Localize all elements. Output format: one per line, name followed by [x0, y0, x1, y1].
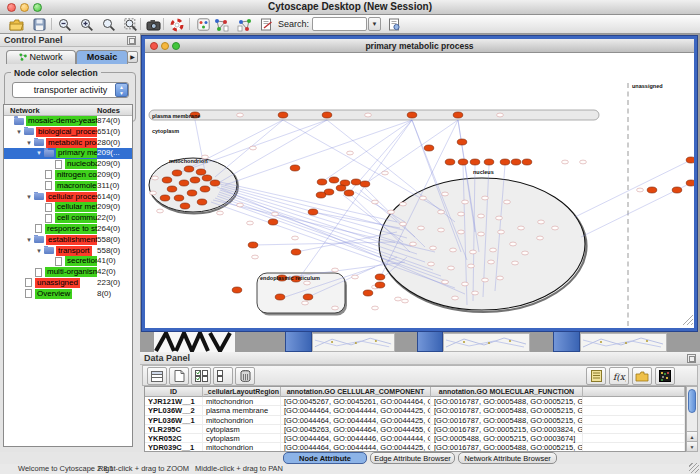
- tab-overflow-arrow[interactable]: ▶: [127, 51, 138, 63]
- network-node-plain[interactable]: [538, 220, 545, 224]
- network-node[interactable]: [174, 195, 184, 201]
- network-node[interactable]: [187, 190, 197, 196]
- network-node-plain[interactable]: [372, 200, 379, 204]
- tree-row-establishment-of-lo[interactable]: ▼establishment of lo558(0): [4, 235, 132, 246]
- column-header-annotation.GO MOLECULAR_FUNCTION[interactable]: annotation.GO MOLECULAR_FUNCTION: [431, 387, 583, 397]
- network-node[interactable]: [248, 242, 258, 248]
- network-node[interactable]: [290, 165, 300, 171]
- matrix-icon[interactable]: [655, 367, 675, 385]
- tree-row-multi-organism-pro[interactable]: multi-organism pro42(0): [4, 267, 132, 278]
- network-node[interactable]: [210, 180, 220, 186]
- network-node-plain[interactable]: [450, 248, 457, 252]
- network-node-plain[interactable]: [472, 291, 479, 295]
- network-node[interactable]: [232, 287, 242, 293]
- snapshot-camera-icon[interactable]: [143, 16, 163, 33]
- network-window-titlebar[interactable]: primary metabolic process: [145, 39, 694, 53]
- network-node[interactable]: [322, 112, 332, 118]
- tree-row-macromolecule[interactable]: macromolecule311(0): [4, 181, 132, 192]
- network-node[interactable]: [407, 112, 417, 118]
- network-node[interactable]: [375, 274, 385, 280]
- network-node-plain[interactable]: [537, 236, 544, 240]
- network-node-plain[interactable]: [497, 276, 504, 280]
- network-node-plain[interactable]: [637, 188, 644, 192]
- network-node[interactable]: [470, 159, 480, 165]
- network-node-plain[interactable]: [247, 221, 254, 225]
- table-scrollbar[interactable]: ▲ ▼: [686, 386, 698, 452]
- tree-row-nucleobase-[interactable]: nucleobase-209(0): [4, 159, 132, 170]
- network-node-plain[interactable]: [497, 113, 504, 117]
- zoom-in-icon[interactable]: [77, 16, 97, 33]
- network-node-plain[interactable]: [420, 196, 427, 200]
- network-node-plain[interactable]: [237, 203, 244, 207]
- network-node-plain[interactable]: [518, 226, 525, 230]
- network-node[interactable]: [268, 219, 278, 225]
- zoom-selected-icon[interactable]: [99, 16, 119, 33]
- network-node-plain[interactable]: [522, 251, 529, 255]
- network-view-window[interactable]: primary metabolic process plasma membran…: [142, 36, 697, 331]
- network-node[interactable]: [303, 294, 313, 300]
- network-node-plain[interactable]: [478, 214, 485, 218]
- scrollbar-thumb[interactable]: [688, 389, 696, 413]
- network-node-plain[interactable]: [580, 160, 587, 164]
- table-row-YPL036W__2[interactable]: YPL036W__2plasma membrane[GO:0044464, GO…: [145, 406, 685, 415]
- network-node[interactable]: [453, 112, 463, 118]
- tab-mosaic[interactable]: Mosaic: [76, 50, 128, 64]
- network-node[interactable]: [457, 139, 467, 145]
- formula-icon[interactable]: f(x): [609, 367, 629, 385]
- search-input[interactable]: [312, 17, 367, 31]
- float-data-panel-icon[interactable]: [687, 354, 696, 363]
- table-mode-icon[interactable]: [147, 367, 167, 385]
- network-node[interactable]: [291, 249, 301, 255]
- network-edge[interactable]: [220, 120, 327, 182]
- network-node-plain[interactable]: [365, 113, 372, 117]
- network-node-plain[interactable]: [490, 248, 497, 252]
- new-attribute-icon[interactable]: [169, 367, 189, 385]
- network-node-plain[interactable]: [462, 282, 469, 286]
- table-row-YPL036W__1[interactable]: YPL036W__1mitochondrion[GO:0044464, GO:0…: [145, 416, 685, 425]
- network-node-plain[interactable]: [272, 212, 279, 216]
- network-edge[interactable]: [220, 182, 397, 222]
- tree-row-transport[interactable]: ▼transport558(0): [4, 246, 132, 257]
- network-node-plain[interactable]: [152, 176, 159, 180]
- table-row-YKR052C[interactable]: YKR052Ccytoplasm[GO:0044464, GO:0044446,…: [145, 434, 685, 443]
- tab-node-attribute-browser[interactable]: Node Attribute Browser: [283, 452, 367, 464]
- tab-edge-attribute-browser[interactable]: Edge Attribute Browser: [370, 452, 455, 464]
- network-node-plain[interactable]: [462, 200, 469, 204]
- network-node[interactable]: [184, 166, 194, 172]
- scroll-down-arrow[interactable]: ▼: [687, 441, 697, 451]
- column-header-ID[interactable]: ID: [145, 387, 203, 397]
- network-node-plain[interactable]: [237, 113, 244, 117]
- network-node-plain[interactable]: [442, 280, 449, 284]
- network-node-plain[interactable]: [352, 275, 359, 279]
- tree-row-response-to-stimulu[interactable]: response to stimulu264(0): [4, 224, 132, 235]
- network-node-plain[interactable]: [504, 200, 511, 204]
- unselect-attributes-icon[interactable]: [213, 367, 233, 385]
- tree-row-cellular-process[interactable]: ▼cellular process614(0): [4, 192, 132, 203]
- column-header-empty[interactable]: [583, 387, 685, 397]
- network-node[interactable]: [190, 177, 200, 183]
- node-color-dropdown[interactable]: transporter activity ▲▼: [12, 82, 129, 98]
- network-node-plain[interactable]: [458, 212, 465, 216]
- network-edge[interactable]: [322, 120, 412, 182]
- network-node-plain[interactable]: [400, 222, 407, 226]
- network-node[interactable]: [500, 159, 510, 165]
- network-node-plain[interactable]: [400, 202, 407, 206]
- network-node[interactable]: [202, 175, 212, 181]
- network-node[interactable]: [196, 169, 206, 175]
- network-node[interactable]: [180, 203, 190, 209]
- save-session-icon[interactable]: [29, 16, 49, 33]
- search-dropdown-button[interactable]: ▼: [368, 17, 381, 31]
- network-node[interactable]: [375, 282, 385, 288]
- delete-attribute-icon[interactable]: [235, 367, 255, 385]
- network-node[interactable]: [445, 159, 455, 165]
- tree-row-primary-metabo[interactable]: ▼primary metabo209(...: [4, 148, 132, 159]
- vizmapper-icon[interactable]: [193, 16, 213, 33]
- layout-1-icon[interactable]: [211, 16, 231, 33]
- network-node[interactable]: [686, 180, 694, 186]
- network-node-plain[interactable]: [468, 264, 475, 268]
- network-node-plain[interactable]: [498, 230, 505, 234]
- tab-network-attribute-browser[interactable]: Network Attribute Browser: [458, 452, 557, 464]
- tree-row-biological-process[interactable]: ▼biological_process651(0): [4, 127, 132, 138]
- tree-row-cellular-metabo[interactable]: cellular metabo209(0): [4, 202, 132, 213]
- resize-grip[interactable]: [689, 463, 699, 473]
